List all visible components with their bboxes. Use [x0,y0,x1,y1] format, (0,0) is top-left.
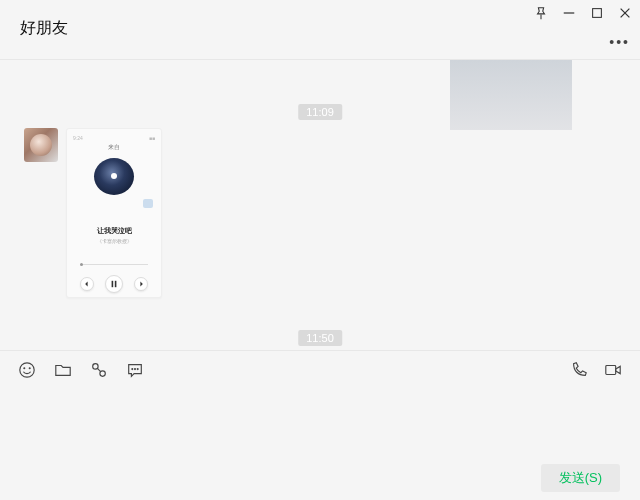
minimize-icon[interactable] [562,6,576,20]
video-call-icon[interactable] [604,361,622,379]
svg-point-8 [29,367,30,368]
pause-icon [105,275,123,293]
mc-battery: ■■ [149,135,155,141]
svg-rect-4 [112,281,114,287]
svg-rect-5 [115,281,117,287]
music-player-screenshot[interactable]: 9:24 ■■ 来自 让我哭泣吧 《卡塞尔教授》 [66,128,162,298]
next-track-icon [134,277,148,291]
pin-icon[interactable] [534,6,548,20]
close-icon[interactable] [618,6,632,20]
svg-point-7 [24,367,25,368]
svg-point-12 [132,368,133,369]
more-icon[interactable]: ••• [609,34,630,50]
message-input[interactable]: 发送(S) [0,388,640,500]
progress-bar [80,264,149,265]
incoming-image-thumb[interactable] [450,60,572,130]
folder-icon[interactable] [54,361,72,379]
prev-track-icon [80,277,94,291]
chat-area: 11:09 9:24 ■■ 来自 让我哭泣吧 《卡塞尔教授》 [0,60,640,350]
chat-title: 好朋友 [20,0,68,39]
svg-rect-15 [606,365,616,374]
send-button[interactable]: 发送(S) [541,464,620,492]
svg-point-6 [20,362,34,376]
album-disc [94,158,134,195]
song-title: 让我哭泣吧 [97,226,132,236]
share-icon [143,199,153,208]
screenshot-icon[interactable] [90,361,108,379]
svg-point-13 [135,368,136,369]
svg-point-14 [137,368,138,369]
avatar[interactable] [24,128,58,162]
chat-history-icon[interactable] [126,361,144,379]
maximize-icon[interactable] [590,6,604,20]
message-row: 9:24 ■■ 来自 让我哭泣吧 《卡塞尔教授》 [24,128,162,298]
timestamp: 11:50 [298,330,342,346]
voice-call-icon[interactable] [570,361,588,379]
song-subtitle: 《卡塞尔教授》 [97,238,132,244]
input-toolbar [0,350,640,388]
svg-line-11 [97,368,101,372]
svg-rect-1 [593,9,602,18]
mc-time: 9:24 [73,135,83,141]
mc-user: 来自 [108,143,120,152]
emoji-icon[interactable] [18,361,36,379]
timestamp: 11:09 [298,104,342,120]
